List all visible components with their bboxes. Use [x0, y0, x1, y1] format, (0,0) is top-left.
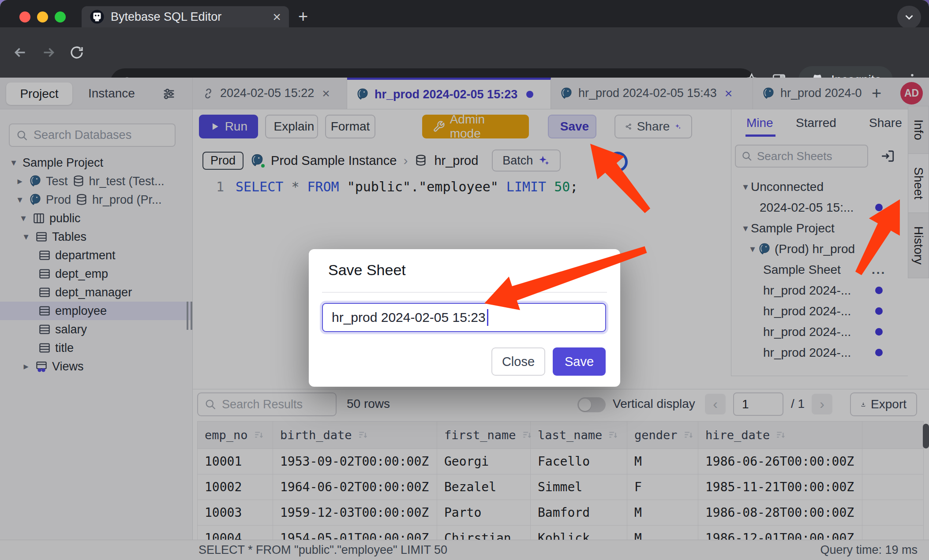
- back-icon: [12, 45, 28, 60]
- sheet-name-input[interactable]: hr_prod 2024-02-05 15:23: [322, 303, 606, 332]
- modal-divider: [322, 292, 607, 293]
- text-cursor: [487, 309, 488, 326]
- modal-close-button[interactable]: Close: [491, 347, 545, 376]
- tab-search-button[interactable]: [897, 6, 921, 29]
- modal-title: Save Sheet: [328, 261, 406, 279]
- modal-close-icon[interactable]: ×: [585, 261, 595, 277]
- window-zoom-button[interactable]: [55, 11, 66, 22]
- reload-button[interactable]: [69, 45, 85, 60]
- tab-close-icon[interactable]: ×: [273, 10, 281, 24]
- browser-window: Bytebase SQL Editor × + localhost:8080/s…: [0, 0, 929, 560]
- sheet-name-value: hr_prod 2024-02-05 15:23: [332, 310, 486, 325]
- reload-icon: [69, 45, 85, 60]
- new-tab-button[interactable]: +: [298, 8, 308, 25]
- browser-toolbar: localhost:8080/sql-editor/prod-sample-in…: [0, 27, 929, 78]
- back-button[interactable]: [12, 45, 28, 60]
- close-label: Close: [502, 355, 535, 369]
- screen: Bytebase SQL Editor × + localhost:8080/s…: [0, 0, 929, 560]
- browser-tab[interactable]: Bytebase SQL Editor ×: [82, 6, 289, 27]
- chevron-down-icon: [903, 11, 916, 24]
- save-sheet-modal: Save Sheet × hr_prod 2024-02-05 15:23 Cl…: [309, 249, 620, 387]
- modal-save-button[interactable]: Save: [553, 347, 606, 376]
- window-close-button[interactable]: [19, 11, 30, 22]
- bytebase-favicon: [90, 9, 105, 24]
- browser-tabstrip: Bytebase SQL Editor × +: [0, 0, 929, 27]
- window-minimize-button[interactable]: [37, 11, 48, 22]
- forward-button[interactable]: [41, 45, 56, 60]
- browser-tab-title: Bytebase SQL Editor: [111, 10, 266, 24]
- save-label: Save: [565, 355, 594, 369]
- forward-icon: [41, 45, 56, 60]
